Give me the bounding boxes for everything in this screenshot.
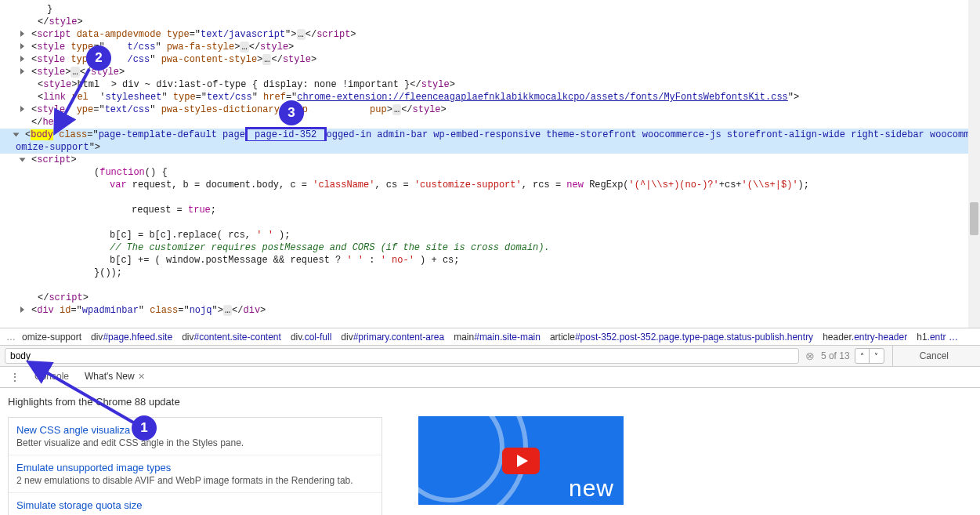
expand-caret-icon[interactable] [13, 133, 20, 137]
code-line[interactable] [0, 279, 980, 292]
code-line[interactable]: <style type=" /css" pwa-content-style>…<… [0, 53, 980, 66]
code-line[interactable]: omize-support"> [0, 141, 980, 154]
dom-breadcrumbs[interactable]: … omize-supportdiv#page.hfeed.sitediv#co… [0, 328, 980, 345]
tab-whats-new-label: What's New [85, 371, 135, 382]
search-count: 5 of 13 [821, 350, 850, 361]
breadcrumb-item[interactable]: header.entry-header [823, 332, 907, 343]
whats-new-right: new [418, 396, 624, 507]
expand-caret-icon[interactable] [20, 106, 24, 112]
search-clear-icon[interactable]: ⊗ [805, 350, 815, 362]
elements-code-panel[interactable]: }</style><script data-ampdevmode type="t… [0, 0, 980, 328]
expand-caret-icon[interactable] [20, 158, 26, 162]
expand-caret-icon[interactable] [20, 68, 24, 74]
expand-caret-icon[interactable] [20, 56, 24, 62]
breadcrumb-item[interactable]: h1.entr … [917, 332, 958, 343]
code-line[interactable]: var request, b = document.body, c = 'cla… [0, 179, 980, 191]
breadcrumb-overflow[interactable]: … [6, 332, 16, 343]
breadcrumb-item[interactable]: div#content.site-content [182, 332, 281, 343]
expand-caret-icon[interactable] [20, 31, 24, 37]
code-line[interactable]: <style>html > div ~ div:last-of-type { d… [0, 78, 980, 91]
play-icon[interactable] [502, 448, 540, 474]
close-icon[interactable]: ✕ [138, 372, 145, 381]
highlight-item[interactable]: Emulate unsupported image types2 new emu… [9, 455, 382, 492]
breadcrumb-item[interactable]: main#main.site-main [454, 332, 541, 343]
code-line[interactable]: </head> [0, 116, 980, 129]
highlight-desc: Better visualize and edit CSS angle in t… [16, 437, 374, 448]
code-line[interactable]: <style ype="text/css" pwa-styles-diction… [0, 103, 980, 116]
highlight-title[interactable]: Simulate storage quota size [16, 499, 374, 511]
code-line[interactable]: b[c] += ( window.postMessage && request … [0, 254, 980, 267]
whats-new-left: Highlights from the Chrome 88 update New… [8, 396, 382, 507]
code-line[interactable]: // The customizer requires postMessage a… [0, 241, 980, 254]
code-line[interactable]: }()); [0, 267, 980, 279]
drawer-tabs: ⋮ Console What's New✕ [0, 367, 980, 388]
code-line[interactable] [0, 191, 980, 204]
search-next-button[interactable]: ˅ [870, 349, 884, 363]
breadcrumb-item[interactable]: omize-support [22, 332, 81, 343]
devtools-root: }</style><script data-ampdevmode type="t… [0, 0, 980, 515]
code-line[interactable]: </script> [0, 292, 980, 304]
code-line[interactable]: request = true; [0, 204, 980, 216]
search-input[interactable] [5, 348, 799, 364]
search-prev-button[interactable]: ˄ [855, 349, 870, 363]
code-line[interactable]: <link rel 'stylesheet" type="text/css" h… [0, 91, 980, 103]
tab-console[interactable]: Console [27, 367, 77, 387]
breadcrumb-item[interactable]: div#primary.content-area [341, 332, 444, 343]
tab-whats-new[interactable]: What's New✕ [77, 367, 153, 387]
highlight-title[interactable]: New CSS angle visualiza tools [16, 424, 374, 436]
video-label: new [569, 475, 624, 505]
search-stepper: ˄ ˅ [855, 348, 884, 364]
highlight-desc: 2 new emulations to disable AVIF and Web… [16, 475, 374, 486]
scrollbar-vertical[interactable] [968, 0, 980, 328]
scrollbar-thumb[interactable] [970, 202, 978, 235]
highlight-item[interactable]: Simulate storage quota size [9, 492, 382, 515]
cancel-button[interactable]: Cancel [892, 346, 975, 366]
code-line[interactable]: <style>…</style> [0, 66, 980, 78]
whats-new-intro: Highlights from the Chrome 88 update [8, 396, 382, 408]
breadcrumb-item[interactable]: div.col-full [291, 332, 331, 343]
drawer-menu-icon[interactable]: ⋮ [3, 371, 27, 383]
breadcrumb-item[interactable]: div#page.hfeed.site [91, 332, 172, 343]
code-line[interactable]: <body class="page-template-default page … [0, 129, 980, 141]
expand-caret-icon[interactable] [20, 306, 24, 313]
code-line[interactable]: <script> [0, 154, 980, 166]
code-line[interactable] [0, 216, 980, 229]
code-line[interactable]: b[c] = b[c].replace( rcs, ' ' ); [0, 229, 980, 241]
code-line[interactable]: <script data-ampdevmode type="text/javas… [0, 28, 980, 41]
code-line[interactable]: <div id="wpadminbar" class="nojq">…</div… [0, 304, 980, 317]
search-bar: ⊗ 5 of 13 ˄ ˅ Cancel [0, 345, 980, 367]
breadcrumb-item[interactable]: article#post-352.post-352.page.type-page… [550, 332, 813, 343]
code-line[interactable]: } [0, 3, 980, 16]
code-line[interactable]: (function() { [0, 166, 980, 179]
drawer-body: Highlights from the Chrome 88 update New… [0, 388, 980, 515]
highlights-list: New CSS angle visualiza toolsBetter visu… [8, 417, 382, 515]
code-line[interactable]: <style type=" t/css" pwa-fa-style>…</sty… [0, 41, 980, 53]
video-thumbnail[interactable]: new [418, 416, 624, 505]
expand-caret-icon[interactable] [20, 43, 24, 49]
highlight-title[interactable]: Emulate unsupported image types [16, 462, 374, 473]
highlight-item[interactable]: New CSS angle visualiza toolsBetter visu… [9, 418, 382, 455]
code-line[interactable]: </style> [0, 16, 980, 28]
